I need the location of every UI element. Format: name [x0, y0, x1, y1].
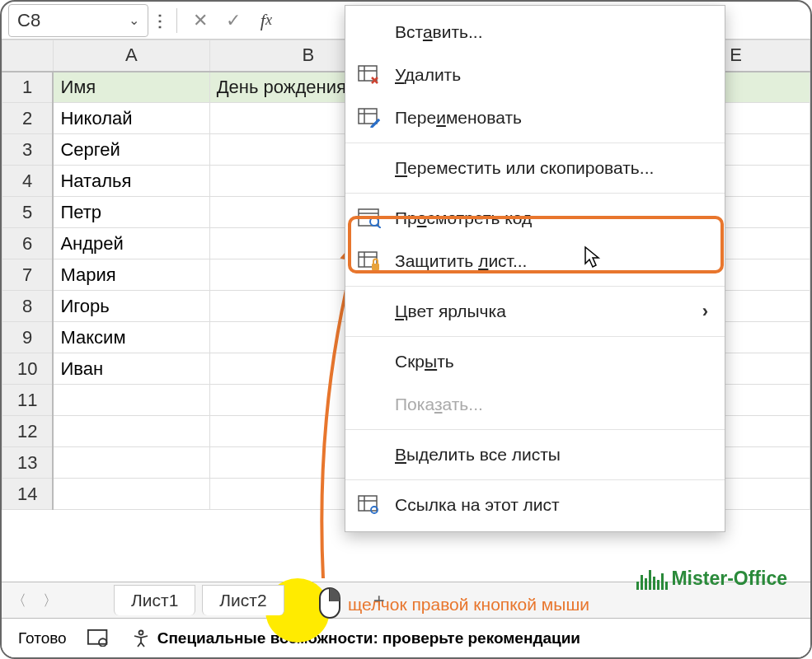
watermark-text: Mister-Office [671, 568, 787, 590]
cell[interactable]: Петр [53, 197, 209, 228]
svg-rect-16 [372, 264, 379, 270]
row-header[interactable]: 9 [2, 322, 54, 353]
menu-link-to-sheet[interactable]: Ссылка на этот лист [345, 484, 725, 526]
prev-sheet-icon[interactable]: 〈 [12, 591, 26, 610]
sheet-context-menu: Вставить... Удалить Переименовать Переме… [345, 5, 725, 532]
row-header[interactable]: 14 [2, 479, 54, 510]
rename-sheet-icon [357, 105, 382, 130]
row-header[interactable]: 12 [2, 416, 54, 447]
menu-tab-color[interactable]: Цвет ярлычка › [345, 290, 725, 333]
cell[interactable]: Максим [53, 322, 209, 353]
row-header[interactable]: 8 [2, 291, 54, 322]
menu-separator [345, 336, 725, 337]
menu-separator [345, 429, 725, 430]
menu-separator [345, 193, 725, 194]
status-ready: Готово [18, 629, 67, 647]
row-header[interactable]: 13 [2, 447, 54, 479]
menu-show: Показать... [345, 383, 725, 426]
row-header[interactable]: 3 [2, 134, 54, 166]
cell[interactable]: Игорь [53, 291, 209, 322]
blank-icon [357, 442, 382, 467]
row-header[interactable]: 6 [2, 228, 54, 259]
status-bar: Готово Специальные возможности: проверьт… [2, 618, 810, 657]
view-code-icon [357, 206, 382, 231]
submenu-arrow-icon: › [702, 301, 708, 322]
delete-sheet-icon [357, 63, 382, 87]
menu-rename[interactable]: Переименовать [345, 96, 725, 139]
blank-icon [357, 392, 382, 417]
menu-label: Цвет ярлычка [395, 301, 506, 321]
svg-point-1 [99, 638, 106, 646]
menu-insert[interactable]: Вставить... [345, 11, 725, 54]
cell[interactable]: Николай [53, 103, 209, 134]
cell[interactable]: Иван [53, 353, 209, 385]
menu-select-all-sheets[interactable]: Выделить все листы [345, 433, 725, 476]
cell[interactable]: Наталья [53, 166, 209, 197]
row-header[interactable]: 10 [2, 353, 54, 385]
menu-label: Защитить лист... [395, 251, 527, 271]
accessibility-status[interactable]: Специальные возможности: проверьте реком… [131, 629, 580, 648]
menu-delete[interactable]: Удалить [345, 54, 725, 96]
cursor-icon [584, 245, 603, 269]
sheet-tab-label: Лист2 [219, 591, 266, 610]
menu-label: Переименовать [395, 108, 522, 128]
menu-dots-icon[interactable]: ⋮ [152, 11, 168, 30]
row-header[interactable]: 1 [2, 72, 54, 103]
cell[interactable]: Мария [53, 259, 209, 291]
column-header-a[interactable]: A [53, 40, 209, 72]
menu-hide[interactable]: Скрыть [345, 340, 725, 383]
menu-move-copy[interactable]: Переместить или скопировать... [345, 147, 725, 189]
fx-icon[interactable]: fx [251, 6, 281, 35]
select-all-corner[interactable] [2, 40, 54, 72]
row-header[interactable]: 4 [2, 166, 54, 197]
menu-label: Удалить [395, 65, 461, 85]
accessibility-text: Специальные возможности: проверьте реком… [157, 629, 580, 647]
sheet-nav-arrows[interactable]: 〈 〉 [12, 591, 107, 610]
menu-label: Просмотреть код [395, 208, 532, 228]
cell-reference-value: C8 [17, 10, 40, 31]
menu-protect-sheet[interactable]: Защитить лист... [345, 240, 725, 283]
menu-label: Показать... [395, 395, 483, 414]
protect-sheet-icon [357, 249, 382, 273]
divider [176, 8, 177, 33]
watermark-bars-icon [636, 568, 668, 590]
menu-separator [345, 479, 725, 480]
chevron-down-icon[interactable]: ⌄ [129, 12, 139, 28]
svg-point-2 [138, 630, 143, 634]
blank-icon [357, 20, 382, 44]
next-sheet-icon[interactable]: 〉 [43, 591, 58, 610]
sheet-tab-label: Лист1 [131, 591, 178, 610]
tutorial-annotation: щелчок правой кнопкой мыши [348, 595, 589, 615]
row-header[interactable]: 11 [2, 385, 54, 416]
sheet-tab-1[interactable]: Лист1 [114, 585, 195, 615]
menu-label: Выделить все листы [395, 445, 561, 465]
svg-rect-6 [359, 109, 377, 124]
macro-recorder-icon[interactable] [87, 629, 111, 648]
confirm-icon[interactable]: ✓ [218, 6, 248, 35]
blank-icon [357, 156, 382, 180]
cell[interactable]: Андрей [53, 228, 209, 259]
cancel-icon[interactable]: ✕ [185, 6, 215, 35]
blank-icon [357, 349, 382, 374]
accessibility-icon [131, 629, 151, 648]
menu-label: Ссылка на этот лист [395, 495, 560, 515]
menu-label: Вставить... [395, 22, 483, 42]
mouse-icon [317, 585, 343, 621]
menu-label: Переместить или скопировать... [395, 158, 654, 178]
blank-icon [357, 299, 382, 324]
menu-separator [345, 143, 725, 143]
watermark: Mister-Office [636, 568, 787, 590]
cell-reference-box[interactable]: C8 ⌄ [8, 4, 148, 37]
row-header[interactable]: 7 [2, 259, 54, 291]
sheet-tab-2[interactable]: Лист2 [202, 585, 284, 615]
menu-separator [345, 286, 725, 287]
menu-view-code[interactable]: Просмотреть код [345, 197, 725, 240]
row-header[interactable]: 2 [2, 103, 54, 134]
link-sheet-icon [357, 493, 382, 517]
menu-label: Скрыть [395, 352, 454, 372]
svg-rect-0 [88, 629, 107, 643]
svg-rect-17 [359, 496, 377, 511]
cell[interactable]: Имя [53, 72, 209, 103]
cell[interactable]: Сергей [53, 134, 209, 166]
row-header[interactable]: 5 [2, 197, 54, 228]
